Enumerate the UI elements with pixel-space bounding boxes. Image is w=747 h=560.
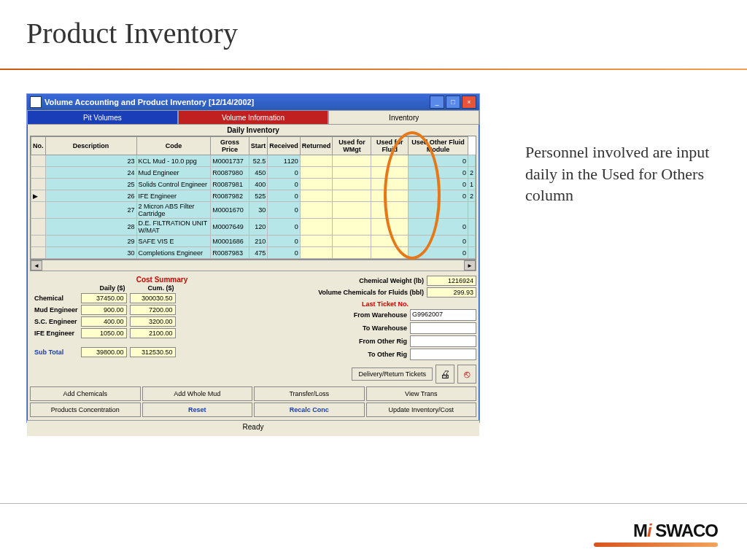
cell[interactable] — [31, 236, 46, 247]
cell[interactable] — [371, 179, 408, 190]
table-row[interactable]: 30Completions EngineerR008798347500 — [31, 247, 476, 259]
col-header[interactable]: Code — [136, 137, 211, 155]
delivery-return-button[interactable]: Delivery/Return Tickets — [352, 368, 433, 381]
cell[interactable]: M0001686 — [211, 236, 249, 247]
cell[interactable] — [31, 219, 46, 236]
cell[interactable]: SAFE VIS E — [136, 236, 211, 247]
cell[interactable] — [371, 202, 408, 219]
close-button[interactable]: × — [462, 96, 476, 109]
scroll-left-button[interactable]: ◄ — [31, 260, 42, 271]
cell[interactable]: 25 — [45, 179, 136, 190]
cell[interactable]: 30 — [249, 202, 268, 219]
cell[interactable]: 0 — [268, 167, 301, 179]
window-titlebar[interactable]: Volume Accounting and Product Inventory … — [27, 94, 479, 110]
cell[interactable]: 0 — [408, 179, 468, 190]
col-header[interactable]: Gross Price — [211, 137, 249, 155]
cell[interactable]: Mud Engineer — [136, 167, 211, 179]
cell[interactable] — [300, 202, 333, 219]
cell[interactable]: 2 Micron ABS Filter Cartridge — [136, 202, 211, 219]
cell[interactable]: 0 — [268, 202, 301, 219]
print-icon[interactable]: 🖨 — [436, 365, 454, 384]
cell[interactable] — [31, 167, 46, 179]
cell[interactable] — [31, 179, 46, 190]
cell[interactable]: 30 — [45, 247, 136, 259]
add-whole-mud-button[interactable]: Add Whole Mud — [142, 386, 253, 401]
cell[interactable] — [468, 236, 475, 247]
col-header[interactable]: No. — [31, 137, 46, 155]
table-row[interactable]: 272 Micron ABS Filter CartridgeM00016703… — [31, 202, 476, 219]
scroll-right-button[interactable]: ► — [464, 260, 476, 271]
cell[interactable]: 0 — [408, 167, 468, 179]
cell[interactable]: 0 — [268, 219, 301, 236]
col-header[interactable]: Returned — [300, 137, 333, 155]
cell[interactable]: IFE Engineer — [136, 190, 211, 202]
table-row[interactable]: 24Mud EngineerR0087980450002 — [31, 167, 476, 179]
cell[interactable] — [468, 247, 475, 259]
cell[interactable]: 27 — [45, 202, 136, 219]
inventory-table[interactable]: No.DescriptionCodeGross PriceStartReceiv… — [30, 136, 476, 260]
cell[interactable]: 52.5 — [249, 155, 268, 167]
cell[interactable] — [333, 155, 371, 167]
cell[interactable] — [468, 155, 475, 167]
cell[interactable] — [31, 202, 46, 219]
view-trans-button[interactable]: View Trans — [366, 386, 477, 401]
cell[interactable]: 24 — [45, 167, 136, 179]
cell[interactable] — [468, 202, 475, 219]
cell[interactable]: R0087982 — [211, 190, 249, 202]
cell[interactable] — [371, 247, 408, 259]
to-warehouse-value[interactable] — [410, 322, 476, 334]
cell[interactable]: 23 — [45, 155, 136, 167]
minimize-button[interactable]: _ — [430, 96, 444, 109]
cell[interactable]: D.E. FILTRATION UNIT W/MAT — [136, 219, 211, 236]
cell[interactable]: M0001737 — [211, 155, 249, 167]
update-inventory-button[interactable]: Update Inventory/Cost — [366, 402, 477, 417]
cell[interactable] — [300, 179, 333, 190]
cell[interactable]: 0 — [408, 155, 468, 167]
cell[interactable]: 0 — [408, 247, 468, 259]
cell[interactable] — [300, 167, 333, 179]
cell[interactable]: 210 — [249, 236, 268, 247]
cell[interactable]: R0087983 — [211, 247, 249, 259]
cell[interactable] — [300, 190, 333, 202]
cell[interactable] — [408, 202, 468, 219]
cell[interactable] — [333, 236, 371, 247]
table-row[interactable]: 25Solids Control EngineerR0087981400001 — [31, 179, 476, 190]
cell[interactable]: 120 — [249, 219, 268, 236]
col-header[interactable]: Used Other Fluid Module — [408, 137, 468, 155]
transfer-loss-button[interactable]: Transfer/Loss — [254, 386, 365, 401]
cell[interactable] — [300, 155, 333, 167]
cell[interactable]: 0 — [408, 236, 468, 247]
tab-inventory[interactable]: Inventory — [328, 110, 479, 125]
cell[interactable] — [371, 236, 408, 247]
products-concentration-button[interactable]: Products Concentration — [30, 402, 141, 417]
exit-icon[interactable]: ⎋ — [457, 365, 476, 384]
cell[interactable] — [371, 190, 408, 202]
table-row[interactable]: 23KCL Mud - 10.0 ppgM000173752.511200 — [31, 155, 476, 167]
cell[interactable] — [31, 247, 46, 259]
table-row[interactable]: 28D.E. FILTRATION UNIT W/MATM00076491200… — [31, 219, 476, 236]
cell[interactable] — [371, 155, 408, 167]
cell[interactable]: R0087981 — [211, 179, 249, 190]
cell[interactable]: 1120 — [268, 155, 301, 167]
cell[interactable]: M0007649 — [211, 219, 249, 236]
cell[interactable] — [333, 219, 371, 236]
cell[interactable]: ▶ — [31, 190, 46, 202]
col-header[interactable]: Start — [249, 137, 268, 155]
cell[interactable]: 475 — [249, 247, 268, 259]
cell[interactable]: KCL Mud - 10.0 ppg — [136, 155, 211, 167]
cell[interactable] — [333, 247, 371, 259]
cell[interactable]: 0 — [408, 219, 468, 236]
maximize-button[interactable]: □ — [446, 96, 460, 109]
cell[interactable]: 400 — [249, 179, 268, 190]
cell[interactable] — [300, 236, 333, 247]
cell[interactable] — [371, 219, 408, 236]
add-chemicals-button[interactable]: Add Chemicals — [30, 386, 141, 401]
cell[interactable] — [300, 247, 333, 259]
cell[interactable]: 2 — [468, 190, 475, 202]
cell[interactable]: Completions Engineer — [136, 247, 211, 259]
col-header[interactable]: Received — [268, 137, 301, 155]
cell[interactable]: 28 — [45, 219, 136, 236]
to-rig-value[interactable] — [410, 349, 476, 360]
cell[interactable] — [31, 155, 46, 167]
reset-button[interactable]: Reset — [142, 402, 253, 417]
